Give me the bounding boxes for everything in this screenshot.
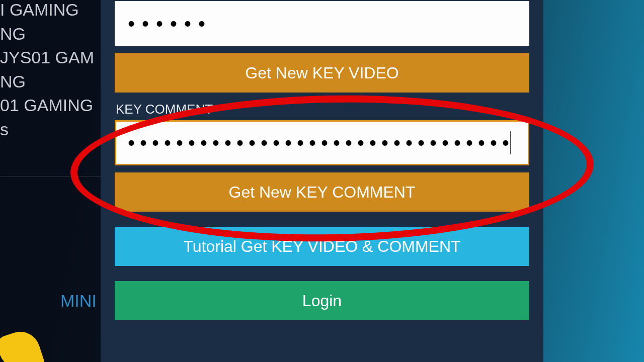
login-panel: Get New KEY VIDEO KEY COMMENT ••••••••••… [101, 0, 543, 362]
minimize-label: MINI [60, 289, 97, 313]
bg-line: 01 GAMING [0, 94, 101, 118]
bg-line: s [0, 118, 101, 142]
get-new-key-comment-button[interactable]: Get New KEY COMMENT [115, 172, 529, 212]
login-button[interactable]: Login [115, 281, 529, 320]
tutorial-button[interactable]: Tutorial Get KEY VIDEO & COMMENT [115, 227, 529, 266]
decorative-shape [0, 327, 45, 362]
key-video-input[interactable] [115, 1, 529, 46]
key-comment-input[interactable]: •••••••••••••••••••••••••••••••• [115, 120, 529, 165]
bg-line: NG [0, 22, 101, 46]
background-text-strip: I GAMING NG JYS01 GAM NG 01 GAMING s MIN… [0, 0, 101, 362]
get-new-key-video-button[interactable]: Get New KEY VIDEO [115, 53, 529, 93]
bg-line: JYS01 GAM [0, 46, 101, 70]
key-comment-label: KEY COMMENT [116, 102, 529, 117]
bg-divider [0, 176, 101, 177]
key-comment-value: •••••••••••••••••••••••••••••••• [128, 132, 514, 154]
bg-line: NG [0, 70, 101, 94]
bg-line: I GAMING [0, 0, 101, 22]
text-cursor [510, 131, 511, 154]
background-right-sliver [543, 0, 644, 362]
